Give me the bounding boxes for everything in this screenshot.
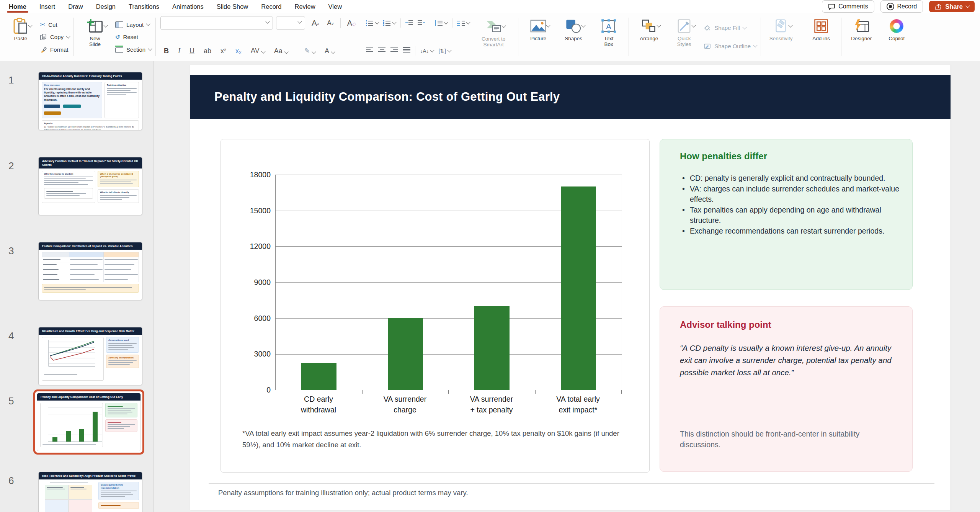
paste-button[interactable]: Paste xyxy=(5,16,37,58)
shrink-font-button[interactable]: A˅ xyxy=(326,19,335,27)
clear-formatting-button[interactable]: A◇ xyxy=(346,19,357,28)
shape-outline-icon xyxy=(703,43,711,49)
tab-draw[interactable]: Draw xyxy=(62,0,90,13)
align-right-button[interactable] xyxy=(390,47,398,55)
thumb6-title: Risk Tolerance and Suitability: Align Pr… xyxy=(39,472,142,479)
record-button[interactable]: Record xyxy=(880,0,923,13)
comments-button[interactable]: Comments xyxy=(822,0,874,13)
decrease-indent-button[interactable] xyxy=(405,19,413,27)
arrange-button[interactable]: Arrange xyxy=(633,16,665,58)
slide-title[interactable]: Penalty and Liquidity Comparison: Cost o… xyxy=(214,90,560,104)
tab-view[interactable]: View xyxy=(322,0,348,13)
grow-font-button[interactable]: A˄ xyxy=(310,18,320,28)
format-label: Format xyxy=(50,46,69,53)
new-slide-button[interactable]: New Slide xyxy=(78,16,112,58)
designer-button[interactable]: Designer xyxy=(845,16,877,58)
vertical-align-icon: [⇅] xyxy=(438,48,446,54)
chevron-down-icon xyxy=(742,25,746,29)
cut-icon: ✂ xyxy=(40,21,45,29)
tab-design[interactable]: Design xyxy=(90,0,122,13)
shapes-button[interactable]: Shapes xyxy=(557,16,590,58)
align-left-button[interactable] xyxy=(366,47,374,55)
section-label: Section xyxy=(126,46,145,53)
font-name-select[interactable] xyxy=(160,16,273,30)
thumbnail-slide-1[interactable]: CD-to-Variable Annuity Rollovers: Fiduci… xyxy=(38,72,142,130)
bullets-button[interactable] xyxy=(366,20,379,26)
layout-button[interactable]: Layout xyxy=(115,19,152,30)
slide-title-bar[interactable]: Penalty and Liquidity Comparison: Cost o… xyxy=(190,75,951,119)
copilot-button[interactable]: Copilot xyxy=(880,16,913,58)
chart-bar-3[interactable] xyxy=(474,306,510,390)
copy-button[interactable]: Copy xyxy=(40,31,70,43)
smartart-icon xyxy=(485,18,502,35)
strikethrough-button[interactable]: ab xyxy=(203,47,212,55)
x-axis-category-label: VA total early exit impact* xyxy=(535,394,621,415)
underline-button[interactable]: U xyxy=(188,47,196,55)
reset-label: Reset xyxy=(123,34,138,40)
line-spacing-button[interactable] xyxy=(435,20,448,26)
chevron-down-icon xyxy=(146,21,150,26)
numbered-list-icon xyxy=(383,20,391,26)
bold-button[interactable]: B xyxy=(163,47,170,55)
tab-insert[interactable]: Insert xyxy=(33,0,62,13)
share-button[interactable]: Share xyxy=(929,1,975,12)
align-right-icon xyxy=(390,47,398,53)
chart-footnote[interactable]: *VA total early exit impact assumes year… xyxy=(242,428,619,450)
thumbnail-slide-4[interactable]: Risk/Return and Growth Effect: Fee Drag … xyxy=(38,327,142,385)
align-text-button[interactable]: [⇅] xyxy=(438,48,451,54)
highlight-color-button[interactable]: ✎ xyxy=(303,47,317,55)
shape-fill-button[interactable]: Shape Fill xyxy=(703,22,757,34)
chart-container[interactable]: 0300060009000120001500018000 CD early wi… xyxy=(220,139,650,473)
font-size-select[interactable] xyxy=(276,16,305,30)
justify-button[interactable] xyxy=(403,47,410,55)
addins-button[interactable]: Add-ins xyxy=(805,16,837,58)
thumb4-line-chart xyxy=(44,339,98,371)
tab-home[interactable]: Home xyxy=(2,0,33,13)
convert-smartart-button[interactable]: Convert to SmartArt xyxy=(473,16,514,57)
slide-canvas[interactable]: Penalty and Liquidity Comparison: Cost o… xyxy=(190,65,951,510)
advisor-talking-point-box[interactable]: Advisor talking point “A CD penalty is u… xyxy=(660,306,913,472)
how-penalties-box[interactable]: How penalties differ CD: penalty is gene… xyxy=(660,139,913,290)
tab-slide-show[interactable]: Slide Show xyxy=(210,0,255,13)
align-center-button[interactable] xyxy=(378,47,386,55)
picture-button[interactable]: Picture xyxy=(522,16,554,58)
change-case-button[interactable]: Aa xyxy=(273,47,289,55)
chart-bar-2[interactable] xyxy=(388,318,423,390)
copilot-label: Copilot xyxy=(889,36,905,41)
shape-outline-button[interactable]: Shape Outline xyxy=(703,40,757,52)
shapes-label: Shapes xyxy=(565,36,582,41)
chart-bar-1[interactable] xyxy=(301,363,336,390)
format-painter-button[interactable]: Format xyxy=(40,44,70,55)
quick-styles-button[interactable]: Quick Styles xyxy=(668,16,700,58)
tab-animations[interactable]: Animations xyxy=(166,0,210,13)
text-box-label: Text Box xyxy=(601,36,616,47)
tab-record[interactable]: Record xyxy=(255,0,288,13)
font-color-button[interactable]: A xyxy=(323,47,336,55)
chart-bar-4[interactable] xyxy=(561,186,596,390)
sensitivity-button[interactable]: Sensitivity xyxy=(765,16,797,58)
columns-button[interactable] xyxy=(457,20,470,26)
chart-plot[interactable] xyxy=(275,175,622,390)
subscript-button[interactable]: x₂ xyxy=(234,47,243,55)
designer-label: Designer xyxy=(851,36,872,41)
character-spacing-button[interactable]: AV xyxy=(250,47,266,55)
cut-button[interactable]: ✂ Cut xyxy=(40,19,70,30)
thumbnail-slide-5[interactable]: Penalty and Liquidity Comparison: Cost o… xyxy=(37,393,141,451)
thumbnail-slide-5-selected[interactable]: Penalty and Liquidity Comparison: Cost o… xyxy=(33,389,144,455)
increase-indent-button[interactable] xyxy=(418,19,425,27)
mini-bar xyxy=(93,412,98,442)
text-direction-button[interactable]: ↓A↓ xyxy=(420,48,434,54)
italic-button[interactable]: I xyxy=(177,47,181,55)
slide-footer-text[interactable]: Penalty assumptions for training illustr… xyxy=(218,489,468,497)
thumbnail-slide-3[interactable]: Feature Comparison: Certificates of Depo… xyxy=(38,242,142,300)
superscript-button[interactable]: x² xyxy=(219,47,227,55)
thumbnail-slide-6[interactable]: Risk Tolerance and Suitability: Align Pr… xyxy=(38,472,142,512)
sensitivity-label: Sensitivity xyxy=(769,36,793,41)
reset-button[interactable]: ↺ Reset xyxy=(115,31,152,43)
tab-transitions[interactable]: Transitions xyxy=(122,0,166,13)
text-box-button[interactable]: A Text Box xyxy=(593,16,625,58)
thumbnail-slide-2[interactable]: Advisory Position: Default to “Do Not Re… xyxy=(38,157,142,215)
section-button[interactable]: Section xyxy=(115,44,152,55)
tab-review[interactable]: Review xyxy=(288,0,322,13)
numbering-button[interactable] xyxy=(383,20,396,26)
